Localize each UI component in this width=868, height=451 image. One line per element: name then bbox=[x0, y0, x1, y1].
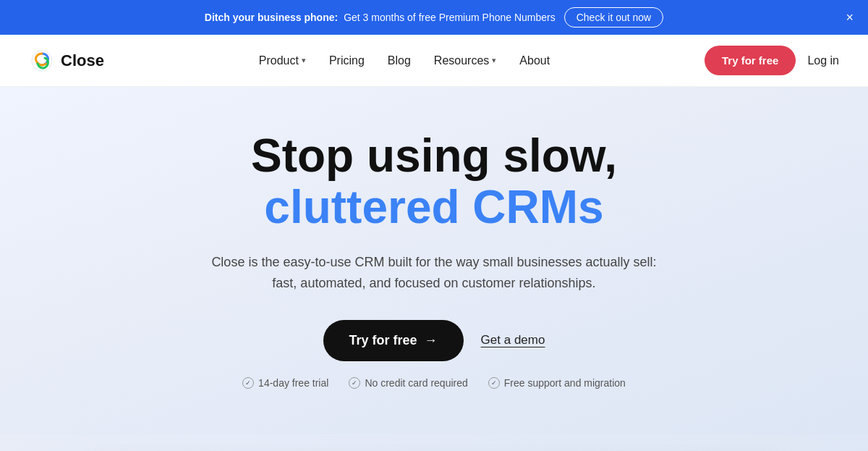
nav-link-about[interactable]: About bbox=[519, 54, 550, 67]
chevron-down-icon: ▾ bbox=[302, 56, 306, 65]
logo-icon bbox=[29, 48, 55, 74]
arrow-icon: → bbox=[425, 333, 438, 348]
nav-item-pricing[interactable]: Pricing bbox=[329, 54, 365, 67]
hero-section: Stop using slow, cluttered CRMs Close is… bbox=[0, 87, 868, 434]
nav-link-product[interactable]: Product ▾ bbox=[259, 54, 306, 67]
main-nav: Close Product ▾ Pricing Blog Resources ▾ bbox=[0, 35, 868, 87]
hero-title-line2: cluttered CRMs bbox=[264, 181, 603, 233]
banner-cta-button[interactable]: Check it out now bbox=[564, 7, 664, 28]
try-free-nav-button[interactable]: Try for free bbox=[705, 46, 796, 75]
try-free-hero-button[interactable]: Try for free → bbox=[323, 320, 464, 361]
hero-cta-row: Try for free → Get a demo bbox=[323, 320, 545, 361]
nav-link-resources[interactable]: Resources ▾ bbox=[434, 54, 496, 67]
banner-close-button[interactable]: × bbox=[846, 11, 854, 24]
hero-title-line1: Stop using slow, bbox=[251, 130, 617, 182]
nav-links: Product ▾ Pricing Blog Resources ▾ About bbox=[259, 54, 550, 67]
check-icon: ✓ bbox=[488, 377, 500, 389]
nav-item-blog[interactable]: Blog bbox=[388, 54, 411, 67]
nav-link-blog[interactable]: Blog bbox=[388, 54, 411, 67]
hero-badges: ✓ 14-day free trial ✓ No credit card req… bbox=[242, 377, 626, 389]
check-icon: ✓ bbox=[242, 377, 254, 389]
nav-actions: Try for free Log in bbox=[705, 46, 839, 75]
hero-title: Stop using slow, cluttered CRMs bbox=[251, 130, 617, 235]
hero-subtitle: Close is the easy-to-use CRM built for t… bbox=[203, 252, 665, 294]
nav-link-pricing[interactable]: Pricing bbox=[329, 54, 365, 67]
banner-text: Get 3 months of free Premium Phone Numbe… bbox=[344, 12, 556, 23]
promo-banner: Ditch your business phone: Get 3 months … bbox=[0, 0, 868, 35]
chevron-down-icon: ▾ bbox=[492, 56, 496, 65]
nav-item-resources[interactable]: Resources ▾ bbox=[434, 54, 496, 67]
nav-item-product[interactable]: Product ▾ bbox=[259, 54, 306, 67]
check-icon: ✓ bbox=[349, 377, 360, 389]
demo-strip: DEMO COMPLETED PRE-APPROVAL QUOTE PROPOS… bbox=[0, 434, 868, 451]
badge-support: ✓ Free support and migration bbox=[488, 377, 626, 389]
banner-message: Ditch your business phone: Get 3 months … bbox=[205, 12, 556, 23]
nav-item-about[interactable]: About bbox=[519, 54, 550, 67]
badge-no-card: ✓ No credit card required bbox=[349, 377, 467, 389]
logo-text: Close bbox=[61, 51, 104, 70]
banner-highlight: Ditch your business phone: bbox=[205, 12, 338, 23]
badge-trial: ✓ 14-day free trial bbox=[242, 377, 328, 389]
get-demo-button[interactable]: Get a demo bbox=[481, 333, 545, 347]
login-button[interactable]: Log in bbox=[807, 54, 839, 67]
logo-link[interactable]: Close bbox=[29, 48, 104, 74]
